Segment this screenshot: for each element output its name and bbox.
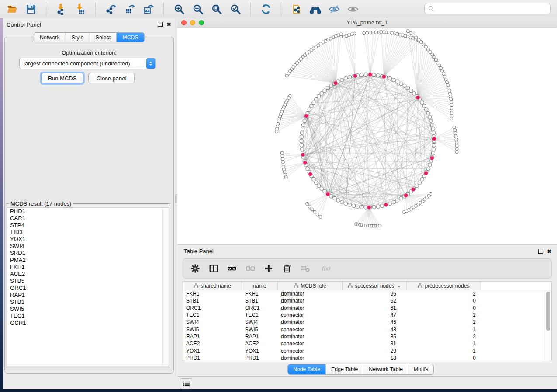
table-cell[interactable]: SWI4 [242,319,278,325]
tab-select[interactable]: Select [90,33,117,42]
graph-node[interactable] [430,123,434,127]
mcds-node[interactable] [334,81,338,85]
mcds-result-item[interactable]: SWI4 [7,243,169,250]
graph-node[interactable] [284,176,287,179]
graph-node[interactable] [333,197,336,200]
mcds-node[interactable] [430,156,434,160]
table-cell[interactable]: TEC1 [183,312,242,318]
apply-layout-icon[interactable] [260,3,272,15]
graph-node[interactable] [311,208,314,211]
graph-node[interactable] [454,135,457,138]
table-cell[interactable]: 35 [343,334,407,340]
network-canvas[interactable] [177,28,557,244]
export-webpage-icon[interactable] [291,3,303,15]
table-cell[interactable]: YOX1 [183,348,242,354]
graph-node[interactable] [306,202,309,205]
graph-node[interactable] [426,48,429,51]
graph-node[interactable] [448,89,451,92]
table-cell[interactable]: 0 [407,298,481,304]
table-cell[interactable]: connector [278,340,343,347]
table-cell[interactable]: 2 [407,312,481,318]
tab-network[interactable]: Network [34,33,66,42]
mcds-result-item[interactable]: GCR1 [7,320,169,327]
mcds-result-item[interactable]: SRD1 [7,250,169,257]
save-session-icon[interactable] [25,3,37,15]
graph-node[interactable] [388,202,391,205]
graph-node[interactable] [300,148,304,151]
graph-node[interactable] [446,83,449,86]
graph-node[interactable] [363,32,366,35]
tab-mcds[interactable]: MCDS [117,33,144,42]
mcds-result-item[interactable]: YOX1 [7,236,169,243]
graph-node[interactable] [336,199,340,202]
graph-node[interactable] [369,31,372,34]
table-cell[interactable]: 2 [407,291,481,297]
table-row[interactable]: FKH1FKH1dominator962 [183,290,551,297]
graph-node[interactable] [281,155,284,158]
table-cell[interactable]: dominator [278,319,343,325]
mcds-result-item[interactable]: ORC1 [7,285,169,292]
table-row[interactable]: TEC1TEC1connector472 [183,312,551,319]
graph-node[interactable] [396,199,399,202]
graph-node[interactable] [420,101,424,104]
graph-node[interactable] [360,73,363,77]
graph-node[interactable] [453,129,457,132]
graph-node[interactable] [392,78,395,82]
table-cell[interactable]: FKH1 [242,291,278,297]
graph-node[interactable] [348,76,351,79]
table-cell[interactable]: connector [278,312,343,318]
table-cell[interactable]: 1 [407,348,481,354]
table-cell[interactable]: STB1 [183,298,242,304]
graph-node[interactable] [340,78,344,82]
graph-node[interactable] [450,117,453,120]
table-cell[interactable]: FKH1 [183,291,242,297]
graph-node[interactable] [360,205,363,209]
table-cell[interactable]: 0 [407,355,481,361]
mcds-node[interactable] [411,188,415,192]
graph-node[interactable] [409,89,413,93]
graph-node[interactable] [388,77,391,80]
graph-node[interactable] [415,36,418,39]
column-header-name[interactable]: name [242,282,278,290]
mcds-result-list[interactable]: PHD1CAR1STP4TID3YOX1SWI4SRD1PMA2FKH1ACE2… [7,207,169,366]
graph-node[interactable] [420,178,424,181]
graph-node[interactable] [448,92,451,95]
graph-node[interactable] [453,126,456,129]
graph-node[interactable] [300,139,303,143]
graph-node[interactable] [372,31,375,34]
graph-node[interactable] [315,181,318,184]
mcds-result-item[interactable]: STP4 [7,222,169,229]
graph-node[interactable] [329,84,333,87]
graph-node[interactable] [316,213,319,216]
table-row[interactable]: SWI4SWI4dominator462 [183,319,551,326]
export-table-icon[interactable] [124,3,136,15]
graph-node[interactable] [348,203,351,206]
table-row[interactable]: STB1STB1dominator620 [183,297,551,304]
graph-node[interactable] [375,31,378,34]
graph-node[interactable] [422,104,426,108]
show-all-icon[interactable] [347,3,359,15]
graph-node[interactable] [455,150,458,153]
graph-node[interactable] [406,30,409,33]
graph-node[interactable] [344,202,347,205]
graph-node[interactable] [432,148,436,151]
table-cell[interactable]: connector [278,348,343,354]
table-cell[interactable]: 62 [343,298,407,304]
table-cell[interactable]: ORC1 [183,305,242,311]
table-cell[interactable]: 31 [343,340,407,347]
graph-node[interactable] [353,32,356,35]
mcds-node[interactable] [308,172,312,176]
close-panel-icon[interactable]: ✖ [166,22,171,27]
graph-node[interactable] [313,210,316,213]
graph-node[interactable] [320,92,323,95]
table-cell[interactable]: 43 [343,327,407,333]
mcds-node[interactable] [368,73,372,77]
search-network-icon[interactable] [309,3,322,15]
mcds-node[interactable] [404,193,408,197]
graph-node[interactable] [300,131,304,134]
graph-node[interactable] [409,31,412,34]
graph-node[interactable] [406,86,410,90]
graph-node[interactable] [319,215,322,218]
column-header-successor-nodes[interactable]: successor nodes⌄ [343,282,407,290]
graph-node[interactable] [317,95,321,98]
